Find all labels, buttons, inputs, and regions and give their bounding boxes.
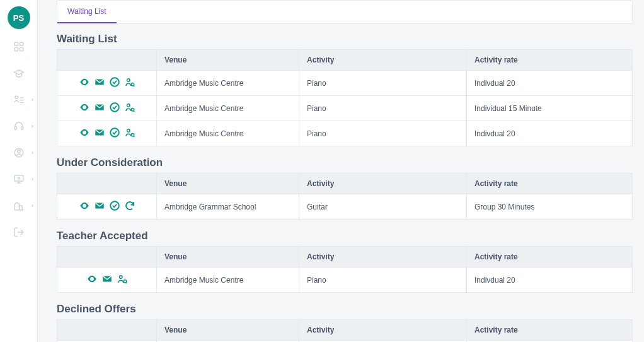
col-activity: Activity (299, 50, 467, 71)
section-title-declined-offers: Declined Offers (57, 303, 633, 315)
nav-support[interactable]: › (0, 117, 37, 135)
svg-line-38 (126, 282, 127, 283)
assign-icon[interactable] (117, 273, 128, 285)
cell-activity: Piano (299, 96, 467, 121)
declined-offers-table: Venue Activity Activity rate Ambridge Gr… (57, 319, 633, 342)
grid-icon (13, 41, 25, 52)
col-actions (57, 174, 157, 194)
svg-point-23 (83, 107, 85, 109)
nav-education[interactable] (0, 64, 37, 82)
nav-venues[interactable]: › (0, 197, 37, 215)
building-icon (13, 200, 25, 211)
chevron-right-icon: › (32, 123, 33, 129)
section-title-teacher-accepted: Teacher Accepted (57, 230, 633, 242)
nav-presentation[interactable]: › (0, 170, 37, 188)
cell-activity: Piano (299, 268, 467, 293)
svg-rect-12 (14, 175, 23, 181)
section-title-under-consideration: Under Consideration (57, 156, 633, 169)
table-row: Ambridge Grammar School Guitar Group 30 … (57, 194, 633, 220)
email-icon[interactable] (94, 127, 105, 138)
email-icon[interactable] (94, 200, 105, 211)
view-icon[interactable] (79, 200, 90, 211)
view-icon[interactable] (79, 76, 90, 88)
graduation-icon (13, 68, 25, 79)
people-list-icon (13, 94, 25, 105)
svg-point-18 (83, 81, 85, 83)
cell-rate: Individual 15 Minute (467, 96, 633, 121)
svg-rect-1 (20, 42, 23, 45)
cell-rate: Indivdual 20 (467, 268, 633, 293)
col-rate: Activity rate (467, 320, 633, 341)
svg-line-27 (134, 110, 135, 112)
sidebar: PS › › › (0, 0, 38, 342)
col-rate: Activity rate (467, 247, 633, 268)
email-icon[interactable] (101, 273, 113, 285)
col-activity: Activity (299, 174, 467, 194)
view-icon[interactable] (79, 127, 90, 138)
table-row: Ambridge Music Centre Piano Indivdual 20 (57, 71, 633, 96)
section-title-waiting-list: Waiting List (57, 33, 633, 45)
approve-icon[interactable] (109, 127, 120, 138)
view-icon[interactable] (79, 102, 90, 113)
cell-activity: Guitar (299, 194, 467, 220)
svg-point-4 (15, 96, 18, 99)
email-icon[interactable] (94, 102, 105, 113)
col-actions (57, 50, 157, 71)
col-venue: Venue (157, 174, 299, 194)
svg-rect-9 (21, 127, 23, 130)
col-actions (57, 320, 157, 341)
teacher-accepted-table: Venue Activity Activity rate Ambridge Mu… (57, 246, 633, 293)
nav-account[interactable]: › (0, 144, 37, 162)
view-icon[interactable] (86, 273, 98, 285)
cell-venue: Ambridge Grammar School (157, 194, 299, 220)
chevron-right-icon: › (32, 150, 33, 156)
refresh-icon[interactable] (124, 200, 135, 211)
table-row: Ambridge Music Centre Piano Indivdual 20 (57, 121, 633, 146)
col-activity: Activity (299, 247, 467, 268)
svg-line-32 (134, 136, 135, 137)
under-consideration-table: Venue Activity Activity rate A (57, 173, 633, 220)
cell-venue: Ambridge Music Centre (157, 268, 299, 293)
cell-venue: Ambridge Music Centre (157, 121, 299, 146)
svg-point-36 (119, 276, 122, 279)
approve-icon[interactable] (109, 200, 120, 211)
waiting-list-table: Venue Activity Activity rate A (57, 49, 633, 146)
approve-icon[interactable] (109, 102, 120, 113)
chevron-right-icon: › (32, 97, 33, 103)
cell-activity: Piano (299, 121, 467, 146)
nav-people[interactable]: › (0, 91, 37, 109)
table-row: Ambridge Music Centre Piano Indivdual 20 (57, 268, 633, 293)
col-rate: Activity rate (467, 174, 633, 194)
headset-icon (13, 121, 25, 132)
tab-waiting-list[interactable]: Waiting List (57, 1, 117, 23)
assign-icon[interactable] (124, 76, 135, 88)
col-venue: Venue (157, 247, 299, 268)
assign-icon[interactable] (124, 102, 135, 113)
cell-rate: Indivdual 20 (467, 121, 633, 146)
approve-icon[interactable] (109, 76, 120, 88)
col-rate: Activity rate (467, 50, 633, 71)
cell-rate: Group 30 Minutes (467, 194, 633, 220)
svg-rect-0 (14, 42, 18, 45)
avatar[interactable]: PS (8, 6, 30, 29)
chevron-right-icon: › (32, 203, 33, 209)
cell-activity: Piano (299, 71, 467, 96)
svg-point-13 (18, 177, 20, 179)
cell-venue: Ambridge Music Centre (157, 71, 299, 96)
nav-logout[interactable] (0, 223, 37, 241)
user-circle-icon (13, 147, 25, 158)
logout-icon (13, 227, 25, 238)
email-icon[interactable] (94, 76, 105, 88)
col-venue: Venue (157, 50, 299, 71)
svg-point-11 (17, 150, 20, 153)
cell-venue: Ambridge Music Centre (157, 96, 299, 121)
svg-rect-2 (14, 48, 18, 51)
svg-rect-3 (20, 48, 23, 51)
main-content: Waiting List Waiting List Venue Activity… (38, 0, 644, 342)
assign-icon[interactable] (124, 127, 135, 138)
nav-dashboard[interactable] (0, 38, 37, 56)
svg-rect-8 (14, 127, 16, 130)
col-actions (57, 247, 157, 268)
presentation-icon (13, 174, 25, 185)
chevron-right-icon: › (32, 176, 33, 182)
